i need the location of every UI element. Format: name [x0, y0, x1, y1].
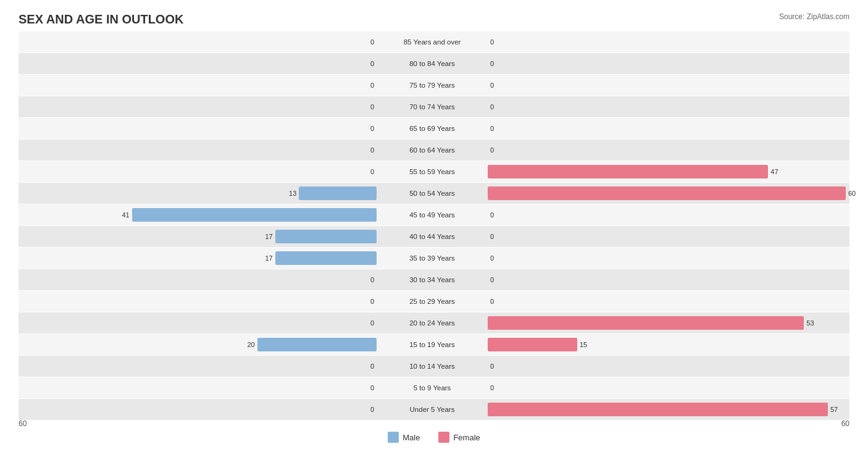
male-section: 13: [19, 183, 377, 204]
male-value-label: 41: [122, 211, 129, 219]
male-bar: [275, 230, 377, 243]
bar-row: 2015 to 19 Years15: [19, 334, 849, 355]
female-value-label: 0: [490, 146, 494, 154]
female-bar: [488, 165, 768, 178]
age-label: 40 to 44 Years: [377, 233, 488, 240]
female-section: 47: [488, 161, 846, 182]
female-section: 60: [488, 183, 846, 204]
male-value-label: 0: [370, 168, 374, 175]
bar-row: 010 to 14 Years0: [19, 356, 849, 377]
age-label: 70 to 74 Years: [377, 103, 488, 111]
age-label: 65 to 69 Years: [377, 125, 488, 132]
female-section: 0: [488, 140, 846, 161]
age-label: 20 to 24 Years: [377, 319, 488, 327]
female-value-label: 53: [806, 319, 814, 327]
legend-female: Female: [438, 432, 480, 443]
age-label: 60 to 64 Years: [377, 146, 488, 154]
female-section: 0: [488, 118, 846, 139]
male-value-label: 0: [370, 38, 374, 46]
female-value-label: 0: [490, 298, 494, 305]
female-section: 0: [488, 377, 846, 398]
male-value-label: 20: [247, 341, 254, 348]
male-bar: [257, 338, 377, 351]
age-label: 80 to 84 Years: [377, 60, 488, 67]
female-section: 0: [488, 226, 846, 247]
bar-row: 060 to 64 Years0: [19, 140, 849, 161]
female-section: 0: [488, 53, 846, 74]
female-legend-box: [438, 432, 449, 443]
male-section: 20: [19, 334, 377, 355]
age-label: 15 to 19 Years: [377, 341, 488, 348]
age-label: 45 to 49 Years: [377, 211, 488, 219]
female-section: 0: [488, 75, 846, 96]
age-label: 50 to 54 Years: [377, 190, 488, 197]
male-section: 0: [19, 31, 377, 52]
female-section: 0: [488, 248, 846, 269]
male-value-label: 0: [370, 125, 374, 132]
male-section: 0: [19, 377, 377, 398]
age-label: 35 to 39 Years: [377, 254, 488, 262]
male-section: 0: [19, 75, 377, 96]
female-section: 0: [488, 204, 846, 225]
chart-container: SEX AND AGE IN OUTLOOK Source: ZipAtlas.…: [0, 0, 868, 457]
female-section: 0: [488, 269, 846, 290]
male-value-label: 17: [265, 254, 272, 262]
female-bar: [488, 338, 577, 351]
male-value-label: 0: [370, 103, 374, 111]
female-value-label: 0: [490, 363, 494, 370]
bar-row: 065 to 69 Years0: [19, 118, 849, 139]
female-value-label: 57: [830, 406, 838, 413]
bar-row: 030 to 34 Years0: [19, 269, 849, 290]
female-value-label: 0: [490, 38, 494, 46]
female-value-label: 0: [490, 233, 494, 240]
bar-row: 0Under 5 Years57: [19, 399, 849, 420]
female-value-label: 60: [848, 190, 856, 197]
bar-row: 070 to 74 Years0: [19, 96, 849, 117]
male-section: 0: [19, 140, 377, 161]
female-section: 57: [488, 399, 846, 420]
chart-area: 085 Years and over0080 to 84 Years0075 t…: [19, 31, 849, 414]
male-section: 0: [19, 161, 377, 182]
legend-male: Male: [388, 432, 420, 443]
male-value-label: 0: [370, 298, 374, 305]
female-value-label: 0: [490, 276, 494, 283]
female-section: 0: [488, 96, 846, 117]
age-label: 55 to 59 Years: [377, 168, 488, 175]
bar-row: 020 to 24 Years53: [19, 312, 849, 333]
source-text: Source: ZipAtlas.com: [779, 12, 849, 21]
bar-row: 1350 to 54 Years60: [19, 183, 849, 204]
bar-row: 080 to 84 Years0: [19, 53, 849, 74]
female-bar: [488, 403, 828, 416]
male-section: 0: [19, 291, 377, 312]
male-section: 0: [19, 118, 377, 139]
male-value-label: 0: [370, 363, 374, 370]
bar-row: 1735 to 39 Years0: [19, 248, 849, 269]
female-value-label: 15: [580, 341, 587, 348]
male-value-label: 0: [370, 276, 374, 283]
male-section: 0: [19, 399, 377, 420]
female-section: 0: [488, 31, 846, 52]
male-section: 0: [19, 53, 377, 74]
age-label: 10 to 14 Years: [377, 363, 488, 370]
female-value-label: 0: [490, 125, 494, 132]
male-bar: [132, 208, 377, 222]
male-value-label: 17: [265, 233, 272, 240]
male-legend-label: Male: [403, 433, 420, 442]
female-value-label: 0: [490, 82, 494, 89]
male-section: 17: [19, 248, 377, 269]
bar-row: 05 to 9 Years0: [19, 377, 849, 398]
male-section: 0: [19, 356, 377, 377]
female-value-label: 0: [490, 384, 494, 392]
female-legend-label: Female: [453, 433, 480, 442]
female-bar: [488, 316, 804, 330]
bar-row: 075 to 79 Years0: [19, 75, 849, 96]
female-section: 15: [488, 334, 846, 355]
bar-row: 055 to 59 Years47: [19, 161, 849, 182]
female-value-label: 0: [490, 60, 494, 67]
female-section: 53: [488, 312, 846, 333]
male-value-label: 0: [370, 406, 374, 413]
male-bar: [299, 187, 377, 200]
female-value-label: 47: [770, 168, 778, 175]
bar-row: 4145 to 49 Years0: [19, 204, 849, 225]
age-label: 75 to 79 Years: [377, 82, 488, 89]
